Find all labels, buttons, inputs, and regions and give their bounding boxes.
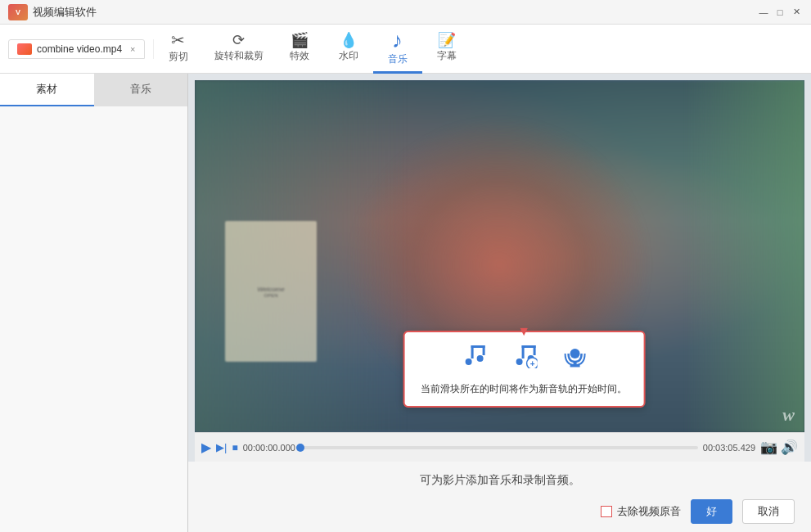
tab-music-label: 音乐 [388,52,408,66]
popup-text: 当前滑块所在的时间将作为新音轨的开始时间。 [421,382,627,396]
music-icon: ♪ [392,29,403,51]
svg-text:+: + [529,359,534,368]
volume-icon[interactable]: 🔊 [781,439,798,456]
progress-dot [296,444,304,452]
add-library-icon[interactable]: + [511,342,537,374]
popup-arrow: ▼ [517,324,530,339]
tab-subtitles[interactable]: 📝 字幕 [422,25,471,74]
panel-tab-music[interactable]: 音乐 [94,74,188,106]
toolbar: combine video.mp4 × ✂ 剪切 ⟳ 旋转和裁剪 🎬 特效 💧 … [0,25,811,74]
svg-point-1 [476,355,483,362]
popup-icons: + [460,342,588,374]
time-end: 00:03:05.429 [703,443,755,453]
time-start: 00:00:00.000 [243,443,295,453]
left-panel-tabs: 素材 音乐 [0,74,187,106]
cancel-button[interactable]: 取消 [742,499,795,524]
tab-cut-label: 剪切 [169,50,188,64]
file-tab-name: combine video.mp4 [37,43,122,55]
video-area: Welcome OPEN w ▼ [188,74,811,532]
main-area: 素材 音乐 Welcome OPEN w [0,74,811,532]
close-button[interactable]: ✕ [790,6,803,19]
svg-rect-4 [471,345,484,348]
svg-point-12 [570,349,579,358]
step-button[interactable]: ▶| [216,441,227,453]
subtitles-icon: 📝 [438,33,456,47]
tab-effects-label: 特效 [290,49,309,63]
tab-effects[interactable]: 🎬 特效 [275,25,324,74]
cut-icon: ✂ [171,32,185,48]
effects-icon: 🎬 [291,33,309,47]
tab-cut[interactable]: ✂ 剪切 [154,25,203,74]
camera-icon[interactable]: 📷 [760,439,777,456]
remove-audio-text: 去除视频原音 [617,504,681,519]
add-music-icon[interactable] [460,342,486,374]
timeline-bar: ▶ ▶| ■ 00:00:00.000 00:03:05.429 📷 🔊 [195,432,804,462]
panel-tab-material[interactable]: 素材 [0,74,94,106]
remove-audio-label: 去除视频原音 [601,504,681,519]
svg-point-0 [465,358,471,365]
tab-subtitles-label: 字幕 [437,49,457,63]
minimize-button[interactable]: — [757,6,770,19]
title-bar-left: V 视频编辑软件 [8,4,97,20]
tab-rotate-label: 旋转和裁剪 [214,49,264,63]
video-right-bg [683,80,804,432]
welcome-sign: Welcome OPEN [225,221,317,362]
watermark-label: w [782,404,795,426]
rotate-icon: ⟳ [232,33,245,47]
remove-audio-checkbox[interactable] [601,506,612,517]
timeline-right-controls: 📷 🔊 [760,439,798,456]
tab-watermark-label: 水印 [339,49,358,63]
file-tab-area: combine video.mp4 × [8,39,154,59]
popup-tooltip: ▼ [403,331,645,408]
play-button[interactable]: ▶ [201,440,211,455]
progress-bar[interactable] [300,446,698,449]
file-tab-close[interactable]: × [130,44,135,54]
app-icon: V [8,4,28,20]
left-panel: 素材 音乐 [0,74,188,532]
tab-rotate[interactable]: ⟳ 旋转和裁剪 [203,25,275,74]
svg-point-5 [516,358,522,365]
file-tab-icon [17,43,32,55]
title-bar: V 视频编辑软件 — □ ✕ [0,0,811,25]
stop-button[interactable]: ■ [232,442,237,453]
bottom-description: 可为影片添加音乐和录制音频。 [420,473,580,488]
maximize-button[interactable]: □ [773,6,786,19]
app-title: 视频编辑软件 [33,5,97,20]
watermark-icon: 💧 [340,33,358,47]
video-preview: Welcome OPEN w ▼ [195,80,804,432]
tab-watermark[interactable]: 💧 水印 [324,25,373,74]
bottom-section: 可为影片添加音乐和录制音频。 去除视频原音 好 取消 [188,462,811,532]
ok-button[interactable]: 好 [691,499,732,524]
tab-music[interactable]: ♪ 音乐 [373,25,422,74]
window-controls: — □ ✕ [757,6,803,19]
file-tab[interactable]: combine video.mp4 × [8,39,145,59]
left-panel-content [0,106,187,532]
svg-rect-9 [521,345,535,348]
record-icon[interactable] [561,342,588,374]
bottom-actions: 去除视频原音 好 取消 [601,499,795,524]
